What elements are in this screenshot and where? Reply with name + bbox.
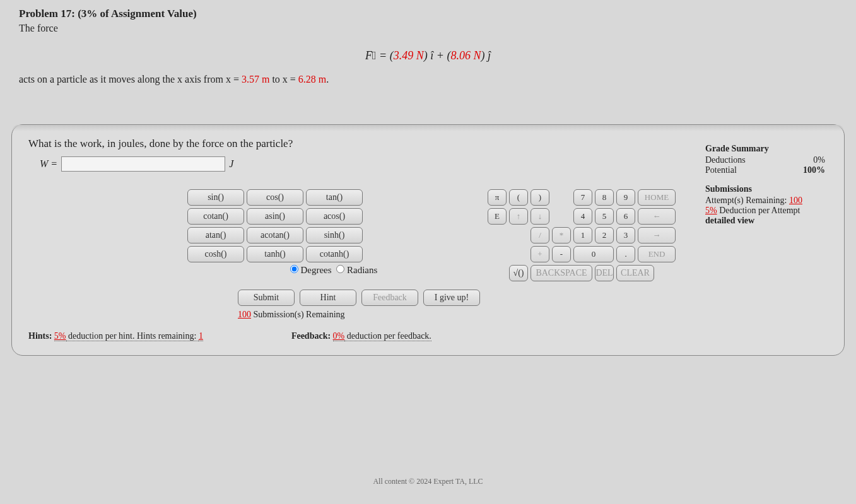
giveup-button[interactable]: I give up!	[423, 290, 480, 306]
acos-button[interactable]: acos()	[306, 208, 363, 225]
right-button[interactable]: →	[638, 227, 676, 243]
cotanh-button[interactable]: cotanh()	[306, 246, 363, 262]
feedback-text: deduction per feedback.	[344, 331, 431, 341]
angle-mode: Degrees Radians	[187, 265, 480, 276]
deductions-value: 0%	[813, 155, 825, 165]
atan-button[interactable]: atan()	[187, 227, 244, 243]
x-to: 6.28 m	[298, 74, 326, 85]
answer-unit: J	[229, 158, 233, 170]
del-button[interactable]: DEL	[595, 265, 614, 281]
e-button[interactable]: E	[488, 208, 507, 225]
deduction-label: Deduction per Attempt	[717, 206, 800, 215]
function-buttons: sin() cos() tan() cotan() asin() acos() …	[187, 189, 480, 262]
div-button[interactable]: /	[531, 227, 549, 243]
submit-button[interactable]: Submit	[238, 290, 295, 306]
radians-radio[interactable]: Radians	[336, 265, 377, 275]
eq-value-2: 8.06 N	[450, 49, 481, 62]
tan-button[interactable]: tan()	[306, 189, 363, 206]
x-from: 3.57 m	[242, 74, 269, 85]
num-4-button[interactable]: 4	[573, 208, 592, 225]
problem-intro: The force	[19, 23, 837, 34]
answer-label: W =	[40, 158, 57, 170]
cosh-button[interactable]: cosh()	[187, 246, 244, 262]
problem-title: Problem 17: (3% of Assignment Value)	[19, 8, 837, 20]
detailed-view-link[interactable]: detailed view	[705, 216, 754, 225]
feedback-pct: 0%	[333, 331, 345, 341]
attempts-label: Attempt(s) Remaining:	[705, 196, 789, 205]
down-button[interactable]: ↓	[531, 208, 549, 225]
eq-mid-2: ) ĵ	[481, 49, 491, 62]
deduction-pct: 5%	[705, 206, 717, 215]
problem-context: acts on a particle as it moves along the…	[0, 74, 856, 93]
num-0-button[interactable]: 0	[573, 246, 614, 262]
force-equation: F⃗ = (3.49 N) î + (8.06 N) ĵ	[0, 49, 856, 62]
num-8-button[interactable]: 8	[595, 189, 614, 206]
end-button[interactable]: END	[638, 246, 676, 262]
asin-button[interactable]: asin()	[247, 208, 303, 225]
eq-mid-1: ) î + (	[424, 49, 451, 62]
cos-button[interactable]: cos()	[247, 189, 303, 206]
acts-mid: to x =	[269, 74, 298, 85]
submissions-title: Submissions	[705, 184, 825, 194]
submissions-label: Submission(s) Remaining	[254, 310, 345, 319]
num-3-button[interactable]: 3	[616, 227, 635, 243]
footer-copyright: All content © 2024 Expert TA, LLC	[0, 477, 856, 486]
plus-button[interactable]: +	[531, 246, 549, 262]
submissions-count: 100	[238, 310, 251, 319]
feedback-info: Feedback: 0% deduction per feedback.	[291, 331, 431, 341]
minus-button[interactable]: -	[552, 246, 571, 262]
attempts-value: 100	[789, 196, 802, 205]
cotan-button[interactable]: cotan()	[187, 208, 244, 225]
numpad: π ( ) 7 8 9 HOME E ↑ ↓ 4 5 6 ← / * 1 2 3…	[488, 189, 676, 281]
acts-suffix: .	[326, 74, 329, 85]
pi-button[interactable]: π	[488, 189, 507, 206]
hints-text: deduction per hint. Hints remaining:	[66, 331, 199, 341]
left-button[interactable]: ←	[638, 208, 676, 225]
num-6-button[interactable]: 6	[616, 208, 635, 225]
hints-remaining: 1	[199, 331, 203, 341]
rparen-button[interactable]: )	[531, 189, 549, 206]
sqrt-button[interactable]: √()	[509, 265, 528, 281]
home-button[interactable]: HOME	[638, 189, 676, 206]
grade-summary: Grade Summary Deductions0% Potential100%…	[705, 144, 825, 226]
hint-button[interactable]: Hint	[300, 290, 356, 306]
mul-button[interactable]: *	[552, 227, 571, 243]
eq-prefix: F⃗ = (	[365, 49, 394, 62]
tanh-button[interactable]: tanh()	[247, 246, 303, 262]
feedback-button[interactable]: Feedback	[361, 290, 418, 306]
feedback-label: Feedback:	[291, 331, 331, 341]
sinh-button[interactable]: sinh()	[306, 227, 363, 243]
sin-button[interactable]: sin()	[187, 189, 244, 206]
clear-button[interactable]: CLEAR	[616, 265, 654, 281]
eq-value-1: 3.49 N	[394, 49, 424, 62]
acts-prefix: acts on a particle as it moves along the…	[19, 74, 242, 85]
deductions-label: Deductions	[705, 155, 746, 165]
potential-label: Potential	[705, 165, 737, 175]
num-1-button[interactable]: 1	[573, 227, 592, 243]
num-5-button[interactable]: 5	[595, 208, 614, 225]
degrees-radio[interactable]: Degrees	[290, 265, 332, 275]
num-9-button[interactable]: 9	[616, 189, 635, 206]
backspace-button[interactable]: BACKSPACE	[531, 265, 592, 281]
grade-title: Grade Summary	[705, 144, 825, 154]
answer-panel: What is the work, in joules, done by the…	[11, 124, 845, 356]
radians-label: Radians	[347, 265, 377, 275]
hints-label: Hints:	[28, 331, 52, 341]
acotan-button[interactable]: acotan()	[247, 227, 303, 243]
up-button[interactable]: ↑	[509, 208, 528, 225]
lparen-button[interactable]: (	[509, 189, 528, 206]
hints-info: Hints: 5% deduction per hint. Hints rema…	[28, 331, 203, 341]
num-2-button[interactable]: 2	[595, 227, 614, 243]
degrees-label: Degrees	[300, 265, 331, 275]
answer-input[interactable]	[61, 156, 225, 172]
dot-button[interactable]: .	[616, 246, 635, 262]
hints-pct: 5%	[54, 331, 66, 341]
num-7-button[interactable]: 7	[573, 189, 592, 206]
submissions-remaining: 100 Submission(s) Remaining	[238, 310, 480, 320]
potential-value: 100%	[803, 165, 825, 175]
